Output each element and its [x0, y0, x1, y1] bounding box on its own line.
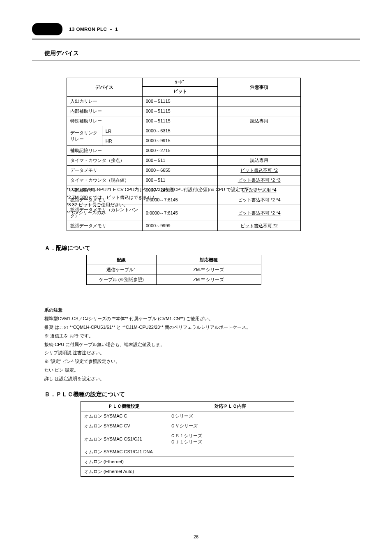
cell: オムロン SYSMAC CS1/CJ1 — [81, 431, 167, 447]
cell-range: 0000～6315 — [142, 126, 218, 136]
section-a-notes: 系の注意 標準型CVM1-CS／CJシリーズの **本体** 付属ケーブル (C… — [44, 306, 348, 383]
cell-note: 読込専用 — [218, 116, 301, 126]
cell-range: 000～51115 — [142, 106, 218, 116]
hdr-plc-desc: 対応ＰＬＣ内容 — [167, 402, 294, 411]
footnote-line: *3 32 ビット長ご使用ださい。 — [67, 201, 330, 209]
note-line: ※ '設定' ピン4 設定て参照設定さい。 — [44, 357, 348, 366]
cell-note — [218, 136, 301, 146]
footnote-line: *4 CVシリーズのみ — [67, 209, 330, 217]
cell: オムロン (Ethernet) — [81, 457, 167, 467]
hdr-plc-model: ＰＬＣ機種設定 — [81, 402, 167, 411]
cell-range: 000～51115 — [142, 97, 218, 106]
cell-name: 拡張データメモリ — [67, 221, 143, 231]
cell-range: 0000～2715 — [142, 146, 218, 156]
cell-name: タイマ・カウンタ（接点） — [67, 156, 143, 166]
note-line: ※ 通信工を お行 です。 — [44, 332, 348, 340]
cell-note: 読込専用 — [218, 156, 301, 166]
table-row: オムロン (Ethernet) — [81, 457, 294, 467]
hdr-model: 対応機種 — [156, 255, 261, 265]
cell-range: 000～51115 — [142, 116, 218, 126]
table-row: タイマ・カウンタ（接点）000～511読込専用 — [67, 156, 301, 166]
note-line: 詳し は設定説明を設定さい。 — [44, 374, 348, 383]
cell-range: 000～511 — [142, 175, 218, 185]
page: 13 OMRON PLC － 1 使用デバイス デバイス ﾜｰﾄﾞ 注意事項 ビ… — [0, 0, 392, 554]
cell: ZM-** シリーズ — [156, 265, 261, 275]
table-row: 入出力リレー000～51115 — [67, 97, 301, 106]
table-row: オムロン SYSMAC CS1/CJ1ＣＳ１シリーズＣＪ１シリーズ — [81, 431, 294, 447]
table-row: オムロン (Ethernet Auto) — [81, 467, 294, 477]
footnote-line: *1 CV、CVM1-CPU21-E CV CPU内 ],今くCV1は伝送CPU… — [67, 186, 330, 194]
note-line: 接続 CPU に付属ケーブル無い場合も、端末設定値及しま。 — [44, 340, 348, 349]
cell: 通信ケーブル1 — [87, 265, 157, 275]
section-a-title-text: Ａ．配線について — [44, 245, 90, 251]
hdr-bit: ビット — [142, 87, 218, 97]
note-line: 標準型CVM1-CS／CJシリーズの **本体** 付属ケーブル (CVM1-C… — [44, 314, 348, 323]
rule-top-2 — [32, 60, 360, 60]
table-row: オムロン SYSMAC CＣシリーズ — [81, 411, 294, 421]
cell-word: HR — [102, 136, 142, 146]
table-row: ケーブル (※別紙参照)ZM-** シリーズ — [87, 275, 261, 285]
table-row: データリンクリレーLR0000～6315 — [67, 126, 301, 136]
cell: オムロン (Ethernet Auto) — [81, 467, 167, 477]
table-row: ＰＬＣ機種設定 対応ＰＬＣ内容 — [81, 402, 294, 411]
section-b-title: Ｂ．ＰＬＣ機種の設定について — [44, 390, 125, 398]
table-row: 特殊補助リレー000～51115読込専用 — [67, 116, 301, 126]
cell: ＣＳ１シリーズＣＪ１シリーズ — [167, 431, 294, 447]
table-row: 補助記憶リレー0000～2715 — [67, 146, 301, 156]
table-row: タイマ・カウンタ（現在値）000～511ビット書込不可 *2 *3 — [67, 175, 301, 185]
cell-note: ビット書込不可 *2 — [218, 166, 301, 175]
cell-note — [218, 146, 301, 156]
section-title-devices: 使用デバイス — [44, 49, 79, 57]
table-row: 拡張データメモリ0000～9999ビット書込不可 *2 — [67, 221, 301, 231]
cell-name: 入出力リレー — [67, 97, 143, 106]
cell: オムロン SYSMAC C — [81, 411, 167, 421]
note-line: たい ピン 設定。 — [44, 366, 348, 374]
table-row: 通信ケーブル1ZM-** シリーズ — [87, 265, 261, 275]
cell-range: 0000～9999 — [142, 221, 218, 231]
cell — [167, 457, 294, 467]
table-row: 内部補助リレー000～51115 — [67, 106, 301, 116]
cell-note — [218, 126, 301, 136]
note-line: シリブ説明説 注書注ださい。 — [44, 349, 348, 357]
section-b-title-text: Ｂ．ＰＬＣ機種の設定について — [44, 391, 125, 397]
footnote-line: *2 ZM-300 α では、ビット書込はできません。 — [67, 194, 330, 201]
note-subtitle: 系の注意 — [44, 306, 348, 314]
hdr-device: デバイス — [67, 78, 143, 97]
cell-name: 内部補助リレー — [67, 106, 143, 116]
cell-range: 0000～9915 — [142, 136, 218, 146]
cell-name: 補助記憶リレー — [67, 146, 143, 156]
section-title-text: 使用デバイス — [44, 50, 79, 56]
cell-name: データメモリ — [67, 166, 143, 175]
cell: ZM-** シリーズ — [156, 275, 261, 285]
cell-name: データリンクリレー — [67, 126, 102, 146]
cell: ＣＶシリーズ — [167, 421, 294, 431]
cell-name: タイマ・カウンタ（現在値） — [67, 175, 143, 185]
table-row: HR0000～9915 — [67, 136, 301, 146]
cell-note: ビット書込不可 *2 *3 — [218, 175, 301, 185]
page-number: 26 — [0, 534, 392, 539]
rule-top-1 — [32, 39, 360, 39]
table-row: デバイス ﾜｰﾄﾞ 注意事項 — [67, 78, 301, 87]
note-line: 推奨 はこの **CQM1H-CPU51/61** と **CJ1M-CPU22… — [44, 323, 348, 332]
cell: ケーブル (※別紙参照) — [87, 275, 157, 285]
section-a-title: Ａ．配線について — [44, 244, 90, 252]
table-row: オムロン SYSMAC CVＣＶシリーズ — [81, 421, 294, 431]
cell — [167, 447, 294, 457]
cell: Ｃシリーズ — [167, 411, 294, 421]
wiring-table: 配線 対応機種 通信ケーブル1ZM-** シリーズケーブル (※別紙参照)ZM-… — [86, 255, 261, 285]
cell: オムロン SYSMAC CV — [81, 421, 167, 431]
table-row: データメモリ0000～6655ビット書込不可 *2 — [67, 166, 301, 175]
plc-model-table: ＰＬＣ機種設定 対応ＰＬＣ内容 オムロン SYSMAC CＣシリーズオムロン S… — [81, 401, 294, 477]
table-row: オムロン SYSMAC CS1/CJ1 DNA — [81, 447, 294, 457]
cell: オムロン SYSMAC CS1/CJ1 DNA — [81, 447, 167, 457]
hdr-wiring: 配線 — [87, 255, 157, 265]
chapter-header: 13 OMRON PLC － 1 — [69, 26, 118, 32]
footnotes: *1 CV、CVM1-CPU21-E CV CPU内 ],今くCV1は伝送CPU… — [67, 186, 330, 217]
hdr-word: ﾜｰﾄﾞ — [142, 78, 218, 87]
cell-note — [218, 97, 301, 106]
cell-note — [218, 106, 301, 116]
cell-range: 000～511 — [142, 156, 218, 166]
cell-note: ビット書込不可 *2 — [218, 221, 301, 231]
hdr-notes: 注意事項 — [218, 78, 301, 97]
table-row: 配線 対応機種 — [87, 255, 261, 265]
